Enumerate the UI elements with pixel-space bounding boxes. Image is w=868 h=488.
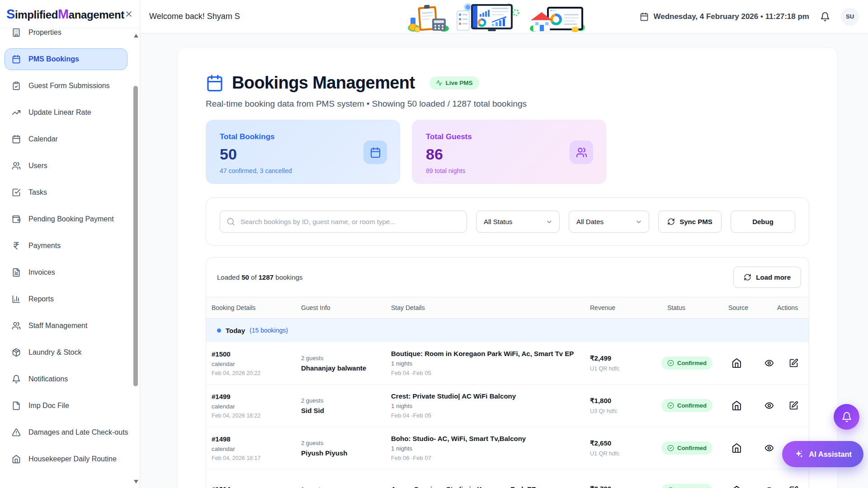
- sidebar-item-reports[interactable]: Reports: [5, 288, 127, 310]
- view-booking-button[interactable]: [764, 443, 774, 453]
- sidebar-item-damages-late-checkouts[interactable]: Damages and Late Check-outs: [5, 422, 127, 443]
- status-badge: Confirmed: [661, 399, 712, 412]
- stay-dates: Feb 06 -Feb 07: [391, 455, 584, 461]
- edit-booking-button[interactable]: [789, 401, 798, 410]
- bell-icon: [12, 375, 21, 384]
- chevron-down-icon: [635, 218, 642, 225]
- debug-button[interactable]: Debug: [731, 211, 795, 233]
- check-circle-icon: [667, 402, 674, 409]
- refresh-icon: [744, 273, 751, 281]
- column-header: Stay Details: [391, 304, 584, 311]
- sparkles-icon: [794, 450, 803, 459]
- edit-icon: [789, 401, 798, 410]
- eye-icon: [764, 486, 774, 488]
- column-header: Revenue: [584, 304, 661, 311]
- booking-id: #1500: [212, 350, 301, 358]
- loaded-summary: Loaded 50 of 1287 bookings: [217, 273, 302, 281]
- check-square-icon: [12, 188, 21, 197]
- view-booking-button[interactable]: [764, 358, 774, 368]
- sidebar-item-housekeeper-daily-routine[interactable]: Housekeeper Daily Routine: [5, 448, 127, 470]
- booking-channel: calendar: [212, 403, 301, 410]
- sidebar-item-pms-bookings[interactable]: PMS Bookings: [5, 48, 127, 70]
- sidebar-item-payments[interactable]: Payments: [5, 235, 127, 257]
- sidebar-close-button[interactable]: [124, 8, 133, 20]
- calendar-icon-chip: [363, 141, 387, 164]
- bookings-page-card: Bookings Management Live PMS Real-time b…: [177, 47, 838, 488]
- edit-booking-button[interactable]: [789, 486, 798, 488]
- welcome-text: Welcome back! Shyam S: [149, 12, 240, 21]
- view-booking-button[interactable]: [764, 401, 774, 410]
- edit-booking-button[interactable]: [789, 358, 798, 368]
- home-icon: [731, 400, 742, 411]
- status-badge: Confirmed: [661, 484, 712, 488]
- table-row: #1498calendarFeb 04, 2026 18:17 2 guests…: [206, 427, 809, 469]
- column-header: Guest Info: [301, 304, 391, 311]
- stat-value: 50: [220, 145, 386, 163]
- load-more-button[interactable]: Load more: [733, 267, 801, 288]
- sidebar-item-properties[interactable]: Properties: [5, 28, 127, 43]
- booking-id: #1499: [212, 393, 301, 400]
- floating-notifications-button[interactable]: [834, 404, 859, 430]
- stats-row: Total Bookings 50 47 confirmed, 3 cancel…: [206, 120, 809, 184]
- live-pms-badge: Live PMS: [429, 76, 479, 89]
- app-logo: SimplifiedManagement: [6, 7, 124, 22]
- bell-icon: [841, 412, 852, 422]
- total-bookings-card: Total Bookings 50 47 confirmed, 3 cancel…: [206, 120, 400, 184]
- booking-channel: calendar: [212, 361, 301, 367]
- scrollbar-down-arrow[interactable]: [134, 480, 138, 483]
- notifications-bell-button[interactable]: [820, 12, 830, 22]
- users-icon: [576, 147, 587, 158]
- payment-ref: U1 QR hdfc: [590, 366, 661, 372]
- trending-up-icon: [12, 108, 21, 117]
- sidebar-item-staff-management[interactable]: Staff Management: [5, 315, 127, 337]
- column-header: Actions: [762, 304, 809, 311]
- sync-pms-button[interactable]: Sync PMS: [658, 211, 722, 233]
- sidebar-item-imp-doc-file[interactable]: Imp Doc File: [5, 395, 127, 417]
- search-input[interactable]: [220, 211, 467, 233]
- view-booking-button[interactable]: [764, 486, 774, 488]
- building-icon: [12, 28, 21, 37]
- user-avatar[interactable]: SU: [841, 8, 859, 26]
- sidebar-item-guest-form-submissions[interactable]: Guest Form Submissions: [5, 75, 127, 97]
- group-count-link[interactable]: (15 bookings): [250, 327, 288, 334]
- scrollbar-up-arrow[interactable]: [134, 34, 138, 38]
- table-row: #1499calendarFeb 04, 2026 18:22 2 guests…: [206, 385, 809, 427]
- sidebar-scrollbar[interactable]: [133, 28, 138, 488]
- loaded-summary-row: Loaded 50 of 1287 bookings Load more: [206, 258, 809, 297]
- dashboard-illustration: [456, 2, 524, 32]
- sidebar: SimplifiedManagement Properties PMS Book…: [0, 0, 140, 488]
- header-illustrations: [408, 2, 585, 32]
- sidebar-item-invoices[interactable]: Invoices: [5, 262, 127, 283]
- sidebar-item-laundry-stock[interactable]: Laundry & Stock: [5, 342, 127, 363]
- calendar-icon: [370, 147, 381, 158]
- guest-name: Sid Sid: [301, 407, 391, 414]
- stay-dates: Feb 04 -Feb 05: [391, 412, 584, 419]
- calendar-icon: [12, 135, 21, 144]
- sidebar-item-calendar[interactable]: Calendar: [5, 128, 127, 150]
- main-content: Bookings Management Live PMS Real-time b…: [140, 33, 868, 488]
- sidebar-item-users[interactable]: Users: [5, 155, 127, 177]
- status-filter-select[interactable]: All Status: [476, 211, 560, 233]
- guest-name: Dhananjay balwante: [301, 364, 391, 372]
- bookings-table-card: Loaded 50 of 1287 bookings Load more Boo…: [206, 257, 809, 488]
- topbar-right: Wednesday, 4 February 2026 • 11:27:18 pm…: [640, 8, 859, 26]
- revenue-amount: ₹2,499: [590, 354, 661, 362]
- home-icon: [731, 358, 742, 368]
- revenue-amount: ₹2,650: [590, 439, 661, 447]
- sidebar-item-pending-booking-payment[interactable]: Pending Booking Payment: [5, 208, 127, 230]
- stat-label: Total Bookings: [220, 132, 386, 141]
- guest-name: Piyush Piyush: [301, 449, 391, 457]
- ai-assistant-button[interactable]: AI Assistant: [782, 441, 863, 467]
- bar-chart-icon: [12, 295, 21, 304]
- booking-channel: calendar: [212, 446, 301, 452]
- bell-icon: [820, 12, 830, 22]
- sidebar-item-update-linear-rate[interactable]: Update Linear Rate: [5, 102, 127, 123]
- group-dot: [217, 328, 221, 333]
- sidebar-item-notifications[interactable]: Notifications: [5, 368, 127, 390]
- page-title-row: Bookings Management Live PMS: [206, 73, 809, 93]
- scrollbar-thumb[interactable]: [133, 86, 138, 386]
- edit-icon: [789, 486, 798, 488]
- dates-filter-select[interactable]: All Dates: [569, 211, 649, 233]
- room-name: Azure: Spacious Studio in Koregaon Park …: [391, 485, 584, 488]
- sidebar-item-tasks[interactable]: Tasks: [5, 182, 127, 203]
